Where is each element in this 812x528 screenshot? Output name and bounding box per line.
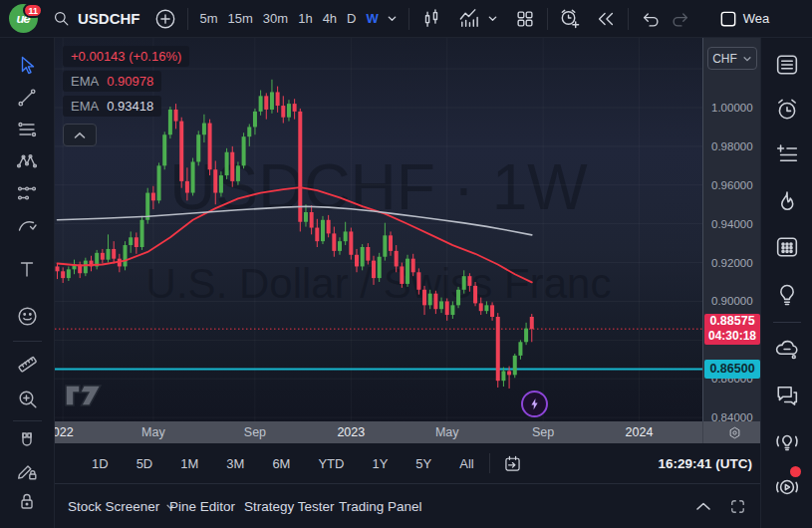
divider (13, 341, 42, 342)
axis-settings-gear-icon[interactable] (720, 422, 748, 442)
time-label: 2024 (626, 425, 654, 439)
alerts-icon[interactable] (769, 92, 805, 128)
lock-all-tool[interactable] (10, 484, 44, 518)
live-indicator-dot (790, 466, 801, 477)
save-layout-icon[interactable] (713, 4, 743, 34)
range-1y[interactable]: 1Y (365, 452, 395, 475)
price-label: 1.00000 (711, 102, 753, 114)
ruler-tool[interactable] (10, 347, 44, 381)
fullscreen-icon[interactable] (724, 493, 750, 519)
footer-tab-label: Pine Editor (169, 499, 235, 514)
range-1d[interactable]: 1D (85, 452, 116, 475)
symbol-search-button[interactable]: USDCHF (78, 10, 140, 27)
calendar-icon[interactable] (769, 229, 805, 265)
interval-5m[interactable]: 5m (195, 7, 223, 30)
currency-selector[interactable]: CHF (707, 47, 757, 70)
interval-30m[interactable]: 30m (258, 7, 293, 30)
range-3m[interactable]: 3M (219, 452, 251, 475)
emoji-tool[interactable] (10, 299, 44, 333)
layout-name[interactable]: Wea (743, 11, 770, 26)
boost-badge[interactable] (521, 391, 548, 417)
go-to-date-icon[interactable] (498, 449, 528, 477)
compare-add-icon[interactable] (150, 4, 180, 34)
undo-icon[interactable] (636, 4, 666, 34)
range-ytd[interactable]: YTD (311, 452, 351, 475)
footer-tab-stock-screener[interactable]: Stock Screener (68, 499, 175, 514)
minds-icon[interactable] (769, 331, 805, 367)
time-label: 2023 (337, 425, 365, 439)
zoom-in-tool[interactable] (10, 382, 44, 415)
text-tool[interactable] (10, 252, 44, 286)
interval-4h[interactable]: 4h (318, 7, 342, 30)
time-label: May (141, 425, 165, 439)
range-5y[interactable]: 5Y (408, 452, 438, 475)
divider (187, 8, 188, 30)
divider (773, 322, 801, 323)
range-all[interactable]: All (452, 452, 480, 475)
footer-tab-strategy-tester[interactable]: Strategy Tester (244, 499, 335, 514)
footer-tab-trading-panel[interactable]: Trading Panel (339, 499, 422, 514)
divider (547, 8, 548, 30)
interval-group: 5m15m30m1h4hDW (195, 7, 384, 30)
time-label: May (435, 425, 459, 439)
range-toolbar: 1D5D1M3M6MYTD1Y5YAll 16:29:41 (UTC) (55, 443, 760, 484)
cursor-tool[interactable] (10, 49, 44, 83)
ideas-icon[interactable] (769, 276, 805, 312)
range-6m[interactable]: 6M (265, 452, 297, 475)
hotlists-icon[interactable] (769, 184, 805, 220)
time-axis[interactable]: 022MaySep2023MaySep2024 (55, 421, 760, 443)
indicators-chevron-icon[interactable] (484, 4, 502, 34)
chart-legend: +0.00143 (+0.16%) EMA0.90978 EMA0.93418 (63, 46, 189, 146)
chat-icon[interactable] (769, 378, 805, 413)
chart-style-icon[interactable] (416, 4, 446, 34)
price-axis[interactable]: CHF 1.000000.980000.960000.940000.920000… (702, 38, 760, 421)
footer-collapse-icon[interactable] (690, 493, 716, 519)
notes-icon[interactable] (769, 137, 805, 173)
alert-add-icon[interactable] (555, 4, 585, 34)
interval-chevron-icon[interactable] (384, 4, 402, 34)
live-ideas-icon[interactable] (769, 423, 805, 459)
chart-pane[interactable]: USDCHF · 1W U.S. Dollar / Swiss Franc +0… (55, 38, 702, 421)
clock[interactable]: 16:29:41 (UTC) (658, 456, 752, 471)
more-icon[interactable] (769, 510, 805, 528)
interval-15m[interactable]: 15m (223, 7, 258, 30)
indicators-icon[interactable] (454, 4, 484, 34)
fib-retracement-tool[interactable] (10, 113, 44, 146)
price-label: 0.98000 (711, 140, 753, 152)
forecast-tool[interactable] (10, 176, 44, 210)
watchlist-icon[interactable] (769, 47, 805, 83)
divider (628, 8, 629, 30)
support-level-badge: 0.86500 (704, 360, 760, 379)
notification-badge: 11 (23, 3, 43, 18)
ema-row-1[interactable]: EMA0.90978 (63, 71, 161, 92)
redo-icon[interactable] (666, 4, 695, 34)
interval-1h[interactable]: 1h (293, 7, 317, 30)
ema-row-2[interactable]: EMA0.93418 (63, 96, 161, 117)
price-label: 0.92000 (711, 257, 753, 269)
ema-value: 0.90978 (107, 74, 153, 89)
streams-icon[interactable] (769, 469, 805, 505)
brush-tool[interactable] (10, 208, 44, 242)
widget-sidebar (760, 38, 812, 528)
footer-tab-pine-editor[interactable]: Pine Editor (169, 499, 235, 514)
search-icon[interactable] (46, 4, 76, 34)
xabcd-pattern-tool[interactable] (10, 144, 44, 178)
trend-line-tool[interactable] (10, 81, 44, 115)
interval-W[interactable]: W (361, 7, 383, 30)
footer-tab-label: Stock Screener (68, 499, 159, 514)
range-5d[interactable]: 5D (130, 452, 160, 475)
home-button[interactable]: ue 11 (0, 4, 46, 33)
layout-grid-icon[interactable] (510, 4, 540, 34)
drawing-edit-lock-tool[interactable] (10, 453, 44, 487)
price-label: 0.94000 (711, 218, 753, 230)
bar-replay-icon[interactable] (591, 4, 621, 34)
last-price-value: 0.88575 (704, 314, 760, 329)
range-buttons: 1D5D1M3M6MYTD1Y5YAll (85, 452, 481, 475)
divider (408, 8, 409, 30)
range-1m[interactable]: 1M (173, 452, 205, 475)
bar-countdown: 04:30:18 (704, 329, 760, 344)
legend-collapse-button[interactable] (63, 124, 97, 146)
price-label: 0.96000 (711, 179, 753, 191)
chart-area: USDCHF · 1W U.S. Dollar / Swiss Franc +0… (55, 38, 760, 528)
interval-D[interactable]: D (342, 7, 361, 30)
